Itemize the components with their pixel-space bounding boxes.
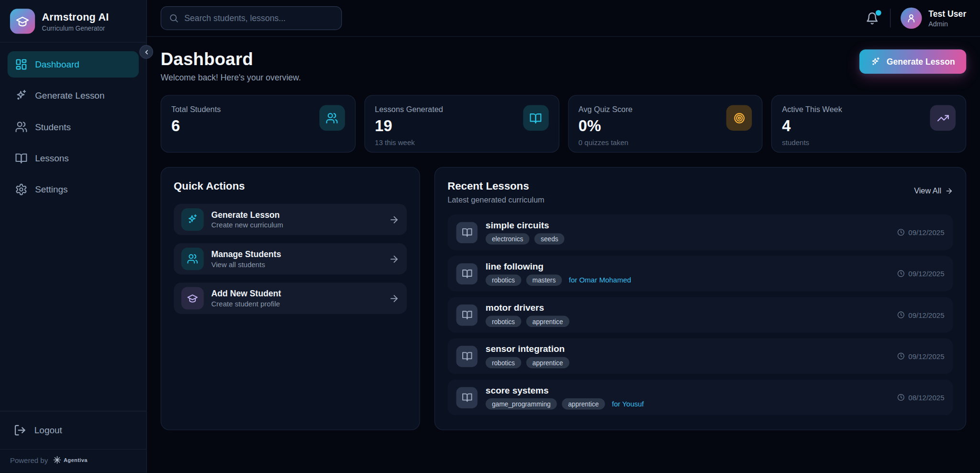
top-bar: Test User Admin xyxy=(147,0,980,37)
lesson-row[interactable]: score systems game_programming apprentic… xyxy=(447,380,953,415)
sidebar-item-dashboard[interactable]: Dashboard xyxy=(8,51,139,78)
lesson-tag: masters xyxy=(526,274,562,286)
stats-row: Total Students 6 Lessons Generated 19 13… xyxy=(161,95,967,153)
book-open-icon xyxy=(456,263,477,284)
sidebar-item-generate-lesson[interactable]: Generate Lesson xyxy=(8,82,139,109)
sidebar-item-label: Dashboard xyxy=(35,59,79,69)
stat-card-total-students: Total Students 6 xyxy=(161,95,356,153)
stat-label: Lessons Generated xyxy=(375,105,443,113)
quick-action-subtitle: Create new curriculum xyxy=(211,221,381,229)
lesson-row[interactable]: motor drivers robotics apprentice 09/12/… xyxy=(447,297,953,332)
lesson-date: 08/12/2025 xyxy=(897,394,945,402)
stat-text: Lessons Generated 19 13 this week xyxy=(375,105,443,142)
lesson-date-text: 08/12/2025 xyxy=(908,394,944,401)
user-role: Admin xyxy=(928,20,966,27)
lesson-tags: game_programming apprentice for Yousuf xyxy=(486,398,889,410)
search-input[interactable] xyxy=(184,13,334,23)
lesson-row[interactable]: simple circuits electronics seeds 09/12/… xyxy=(447,214,953,250)
sidebar-nav: Dashboard Generate Lesson Students Lesso… xyxy=(0,43,146,212)
lesson-title: simple circuits xyxy=(486,220,889,230)
search-icon xyxy=(169,13,179,23)
quick-actions-list: Generate Lesson Create new curriculum xyxy=(174,204,407,314)
stat-label: Total Students xyxy=(171,105,221,113)
search-box[interactable] xyxy=(161,6,342,30)
lesson-row[interactable]: sensor integration robotics apprentice 0… xyxy=(447,338,953,374)
stat-label: Avg Quiz Score xyxy=(579,105,633,113)
logout-button[interactable]: Logout xyxy=(10,420,136,440)
clock-icon xyxy=(897,228,905,236)
stat-card-active-this-week: Active This Week 4 students xyxy=(771,95,966,153)
quick-actions-title: Quick Actions xyxy=(174,180,407,192)
book-open-icon xyxy=(456,222,477,243)
recent-lessons-title: Recent Lessons xyxy=(447,180,544,192)
lesson-tag: seeds xyxy=(535,233,565,245)
view-all-link[interactable]: View All xyxy=(914,186,953,195)
stat-text: Total Students 6 xyxy=(171,105,221,142)
page-header: Dashboard Welcome back! Here's your over… xyxy=(161,49,967,82)
page-title: Dashboard xyxy=(161,49,301,69)
notification-badge xyxy=(876,10,881,15)
stat-value: 6 xyxy=(171,117,221,135)
lesson-date: 09/12/2025 xyxy=(897,311,945,319)
lesson-main: score systems game_programming apprentic… xyxy=(486,385,889,410)
graduation-cap-icon xyxy=(10,9,35,34)
stat-sub: 0 quizzes taken xyxy=(579,139,633,146)
lesson-tags: robotics masters for Omar Mohamed xyxy=(486,274,889,286)
lesson-title: sensor integration xyxy=(486,344,889,354)
recent-lessons-header-text: Recent Lessons Latest generated curricul… xyxy=(447,180,544,204)
sidebar-item-label: Lessons xyxy=(35,153,69,163)
page-subtitle: Welcome back! Here's your overview. xyxy=(161,73,301,83)
app-title: Armstrong AI xyxy=(42,11,109,23)
chevron-left-icon xyxy=(143,48,149,55)
sidebar-item-students[interactable]: Students xyxy=(8,114,139,140)
arrow-right-icon xyxy=(945,187,953,195)
gear-icon xyxy=(15,183,27,196)
quick-action-add-new-student[interactable]: Add New Student Create student profile xyxy=(174,282,407,314)
book-open-icon xyxy=(456,346,477,367)
lesson-main: line following robotics masters for Omar… xyxy=(486,261,889,286)
logout-icon xyxy=(14,424,26,437)
lesson-date: 09/12/2025 xyxy=(897,352,945,360)
user-icon xyxy=(906,12,917,24)
notifications-button[interactable] xyxy=(865,11,880,26)
users-icon xyxy=(15,121,27,133)
sidebar-item-settings[interactable]: Settings xyxy=(8,176,139,203)
lesson-date: 09/12/2025 xyxy=(897,228,945,236)
lesson-title: motor drivers xyxy=(486,303,889,313)
user-menu[interactable]: Test User Admin xyxy=(901,8,967,29)
quick-actions-panel: Quick Actions Generate Lesson Create new… xyxy=(161,167,420,430)
lesson-tag: apprentice xyxy=(526,357,569,369)
stat-card-lessons-generated: Lessons Generated 19 13 this week xyxy=(364,95,559,153)
quick-action-subtitle: View all students xyxy=(211,261,381,269)
user-name: Test User xyxy=(928,9,966,19)
stat-value: 0% xyxy=(579,117,633,135)
lesson-date-text: 09/12/2025 xyxy=(908,311,944,319)
sidebar-item-lessons[interactable]: Lessons xyxy=(8,145,139,171)
topbar-right: Test User Admin xyxy=(865,8,966,29)
stat-value: 19 xyxy=(375,117,443,135)
lesson-tag: robotics xyxy=(486,357,521,369)
sidebar-collapse-button[interactable] xyxy=(139,45,153,59)
book-open-icon xyxy=(15,152,27,164)
sparkles-icon xyxy=(15,90,27,102)
stat-label: Active This Week xyxy=(782,105,842,113)
avatar xyxy=(901,8,922,29)
quick-action-generate-lesson[interactable]: Generate Lesson Create new curriculum xyxy=(174,204,407,235)
sidebar-spacer xyxy=(0,211,146,411)
quick-action-texts: Generate Lesson Create new curriculum xyxy=(211,210,381,229)
generate-lesson-button[interactable]: Generate Lesson xyxy=(860,49,967,74)
clock-icon xyxy=(897,394,905,402)
quick-action-title: Generate Lesson xyxy=(211,210,381,220)
quick-action-title: Manage Students xyxy=(211,249,381,259)
quick-action-texts: Add New Student Create student profile xyxy=(211,289,381,307)
stat-text: Avg Quiz Score 0% 0 quizzes taken xyxy=(579,105,633,142)
quick-action-title: Add New Student xyxy=(211,289,381,298)
stat-text: Active This Week 4 students xyxy=(782,105,842,142)
users-icon xyxy=(319,105,345,131)
app-window: Armstrong AI Curriculum Generator Dashbo… xyxy=(0,0,980,473)
lesson-date: 09/12/2025 xyxy=(897,270,945,278)
quick-action-manage-students[interactable]: Manage Students View all students xyxy=(174,243,407,274)
lesson-row[interactable]: line following robotics masters for Omar… xyxy=(447,256,953,291)
lesson-tag: game_programming xyxy=(486,398,557,410)
book-open-icon xyxy=(456,304,477,325)
